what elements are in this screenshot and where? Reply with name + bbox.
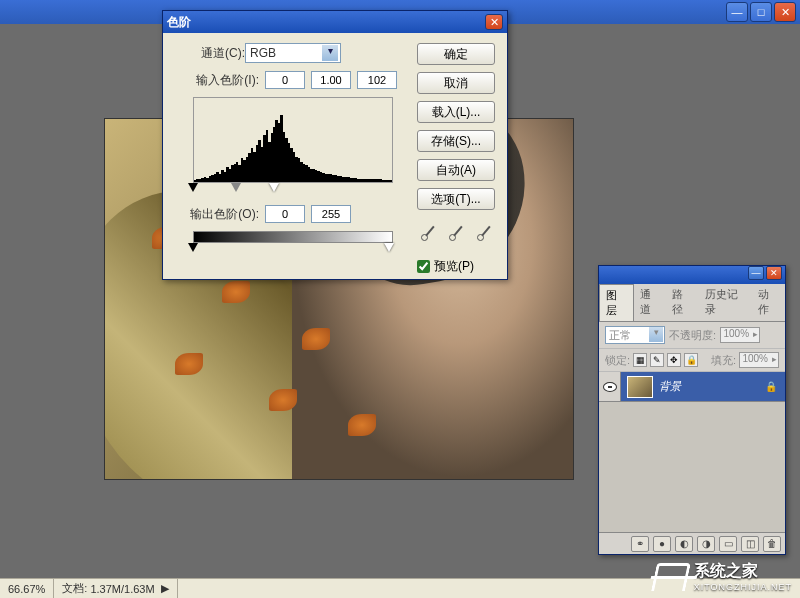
watermark-logo-icon	[651, 563, 691, 591]
output-black-field[interactable]	[265, 205, 305, 223]
link-layers-icon[interactable]: ⚭	[631, 536, 649, 552]
dialog-button-column: 确定 取消 载入(L)... 存储(S)... 自动(A) 选项(T)... 预…	[417, 43, 495, 275]
layer-row[interactable]: 背景 🔒	[599, 372, 785, 402]
lock-indicator-icon: 🔒	[765, 381, 777, 392]
preview-checkbox-label[interactable]: 预览(P)	[417, 258, 495, 275]
dialog-titlebar[interactable]: 色阶 ✕	[163, 11, 507, 33]
image-content	[302, 328, 330, 350]
dialog-title: 色阶	[167, 14, 191, 31]
tab-actions[interactable]: 动作	[752, 284, 785, 321]
panel-minimize-button[interactable]: —	[748, 266, 764, 280]
auto-button[interactable]: 自动(A)	[417, 159, 495, 181]
new-group-icon[interactable]: ▭	[719, 536, 737, 552]
lock-all-icon[interactable]: 🔒	[684, 353, 698, 367]
lock-move-icon[interactable]: ✥	[667, 353, 681, 367]
layers-panel: — ✕ 图层 通道 路径 历史记录 动作 正常 不透明度: 100% 锁定: ▦…	[598, 265, 786, 555]
ok-button[interactable]: 确定	[417, 43, 495, 65]
delete-layer-icon[interactable]: 🗑	[763, 536, 781, 552]
image-content	[175, 353, 203, 375]
layer-thumbnail[interactable]	[627, 376, 653, 398]
black-eyedropper-icon[interactable]	[419, 223, 437, 241]
gray-eyedropper-icon[interactable]	[447, 223, 465, 241]
save-button[interactable]: 存储(S)...	[417, 130, 495, 152]
eyedropper-group	[417, 223, 495, 241]
tab-channels[interactable]: 通道	[634, 284, 667, 321]
white-point-handle[interactable]	[269, 183, 279, 192]
layer-name: 背景	[659, 379, 681, 394]
output-black-handle[interactable]	[188, 243, 198, 252]
output-levels-label: 输出色阶(O):	[175, 206, 259, 223]
panel-tabs: 图层 通道 路径 历史记录 动作	[599, 284, 785, 322]
layer-style-icon[interactable]: ●	[653, 536, 671, 552]
visibility-eye-icon[interactable]	[599, 372, 621, 401]
preview-checkbox[interactable]	[417, 260, 430, 273]
output-white-field[interactable]	[311, 205, 351, 223]
lock-label: 锁定:	[605, 353, 630, 368]
input-black-field[interactable]	[265, 71, 305, 89]
image-content	[222, 281, 250, 303]
cancel-button[interactable]: 取消	[417, 72, 495, 94]
panel-close-button[interactable]: ✕	[766, 266, 782, 280]
opacity-field[interactable]: 100%	[720, 327, 760, 343]
dialog-body: 通道(C): RGB 输入色阶(I): 输出色阶(O):	[163, 33, 507, 279]
input-gamma-field[interactable]	[311, 71, 351, 89]
input-levels-label: 输入色阶(I):	[175, 72, 259, 89]
output-gradient	[193, 231, 393, 243]
tab-paths[interactable]: 路径	[666, 284, 699, 321]
triangle-icon[interactable]: ▶	[161, 582, 169, 595]
watermark: 系统之家 XITONGZHIJIA.NET	[654, 561, 792, 592]
fill-field[interactable]: 100%	[739, 352, 779, 368]
window-close-button[interactable]: ✕	[774, 2, 796, 22]
panel-titlebar[interactable]: — ✕	[599, 266, 785, 284]
tab-layers[interactable]: 图层	[599, 284, 634, 321]
black-point-handle[interactable]	[188, 183, 198, 192]
zoom-level[interactable]: 66.67%	[0, 579, 54, 598]
layer-list: 背景 🔒	[599, 372, 785, 532]
blend-mode-select[interactable]: 正常	[605, 326, 665, 344]
channel-select[interactable]: RGB	[245, 43, 341, 63]
document-size: 文档: 1.37M/1.63M ▶	[54, 579, 177, 598]
white-eyedropper-icon[interactable]	[475, 223, 493, 241]
lock-brush-icon[interactable]: ✎	[650, 353, 664, 367]
histogram	[193, 97, 393, 183]
window-maximize-button[interactable]: □	[750, 2, 772, 22]
fill-label: 填充:	[711, 353, 736, 368]
new-layer-icon[interactable]: ◫	[741, 536, 759, 552]
levels-dialog: 色阶 ✕ 通道(C): RGB 输入色阶(I): 输	[162, 10, 508, 280]
gamma-handle[interactable]	[231, 183, 241, 192]
tab-history[interactable]: 历史记录	[699, 284, 752, 321]
app-window: — □ ✕ 色阶 ✕ 通道(C): RGB 输入色阶(I):	[0, 0, 800, 598]
output-white-handle[interactable]	[384, 243, 394, 252]
panel-bottom-toolbar: ⚭ ● ◐ ◑ ▭ ◫ 🗑	[599, 532, 785, 554]
image-content	[269, 389, 297, 411]
options-button[interactable]: 选项(T)...	[417, 188, 495, 210]
opacity-label: 不透明度:	[669, 328, 716, 343]
lock-transparency-icon[interactable]: ▦	[633, 353, 647, 367]
window-minimize-button[interactable]: —	[726, 2, 748, 22]
input-slider[interactable]	[193, 183, 393, 195]
input-white-field[interactable]	[357, 71, 397, 89]
output-slider[interactable]	[193, 243, 393, 255]
adjustment-layer-icon[interactable]: ◑	[697, 536, 715, 552]
load-button[interactable]: 载入(L)...	[417, 101, 495, 123]
channel-label: 通道(C):	[175, 45, 245, 62]
layer-mask-icon[interactable]: ◐	[675, 536, 693, 552]
dialog-close-button[interactable]: ✕	[485, 14, 503, 30]
